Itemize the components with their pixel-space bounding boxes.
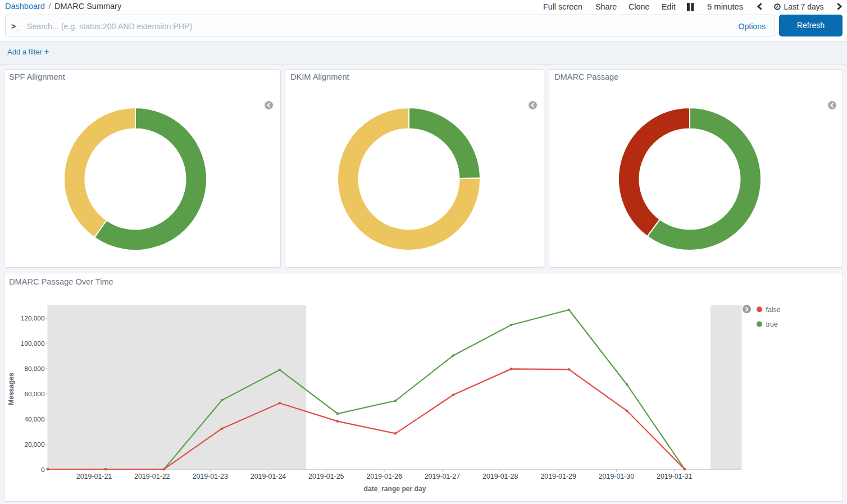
- svg-text:40,000: 40,000: [24, 415, 45, 423]
- svg-text:120,000: 120,000: [21, 314, 45, 322]
- svg-text:2019-01-27: 2019-01-27: [425, 473, 460, 480]
- svg-text:true: true: [766, 320, 778, 328]
- svg-text:2019-01-26: 2019-01-26: [366, 473, 402, 480]
- svg-text:2019-01-22: 2019-01-22: [134, 473, 170, 480]
- svg-text:2019-01-28: 2019-01-28: [482, 473, 518, 480]
- svg-text:date_range per day: date_range per day: [364, 485, 426, 493]
- svg-text:2019-01-21: 2019-01-21: [76, 473, 112, 480]
- svg-text:false: false: [766, 306, 781, 314]
- svg-text:2019-01-31: 2019-01-31: [657, 473, 692, 480]
- svg-text:Messages: Messages: [7, 373, 15, 405]
- svg-text:0: 0: [41, 466, 45, 474]
- svg-text:2019-01-30: 2019-01-30: [599, 473, 634, 480]
- svg-text:2019-01-29: 2019-01-29: [540, 473, 576, 480]
- svg-text:2019-01-24: 2019-01-24: [251, 473, 286, 480]
- svg-text:2019-01-23: 2019-01-23: [193, 473, 228, 480]
- svg-text:60,000: 60,000: [24, 390, 45, 398]
- svg-text:80,000: 80,000: [24, 365, 45, 373]
- svg-text:2019-01-25: 2019-01-25: [308, 473, 344, 480]
- svg-text:100,000: 100,000: [21, 340, 45, 347]
- svg-text:20,000: 20,000: [24, 441, 45, 448]
